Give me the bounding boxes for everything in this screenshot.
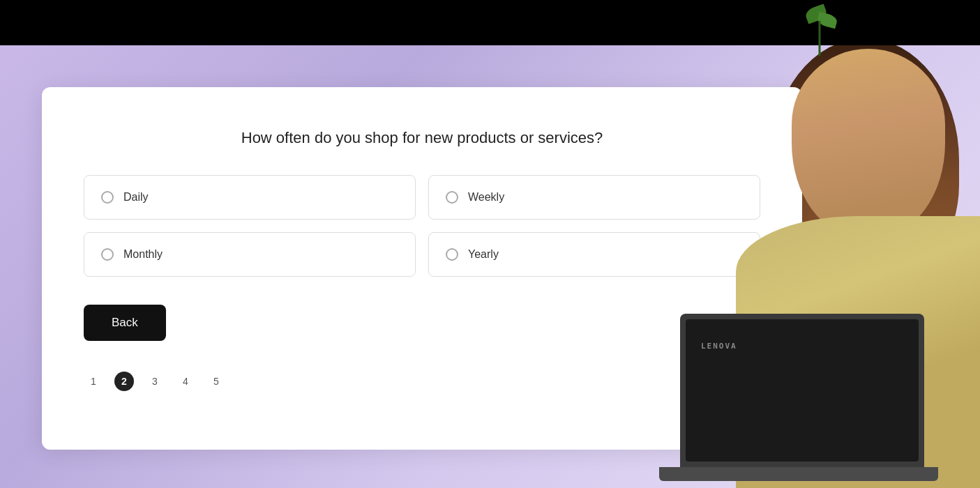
page-3[interactable]: 3 <box>145 372 165 391</box>
laptop-base <box>659 467 938 481</box>
plant-decoration <box>799 0 840 56</box>
option-daily[interactable]: Daily <box>84 175 416 220</box>
radio-daily[interactable] <box>101 191 114 204</box>
options-grid: Daily Weekly Monthly Yearly <box>84 175 760 277</box>
back-button[interactable]: Back <box>84 305 166 341</box>
laptop-brand-text: LENOVA <box>701 342 737 351</box>
option-weekly-label: Weekly <box>468 191 504 204</box>
radio-yearly[interactable] <box>446 248 458 261</box>
laptop: LENOVA <box>680 314 924 467</box>
radio-weekly[interactable] <box>446 191 458 204</box>
radio-monthly[interactable] <box>101 248 114 261</box>
question-title: How often do you shop for new products o… <box>84 129 760 147</box>
page-2-active[interactable]: 2 <box>114 372 134 391</box>
option-yearly[interactable]: Yearly <box>428 232 760 277</box>
person-face <box>792 49 945 237</box>
option-daily-label: Daily <box>123 191 149 204</box>
option-monthly[interactable]: Monthly <box>84 232 416 277</box>
page-1[interactable]: 1 <box>84 372 103 391</box>
option-weekly[interactable]: Weekly <box>428 175 760 220</box>
laptop-screen <box>686 319 919 462</box>
page-4[interactable]: 4 <box>176 372 195 391</box>
pagination: 1 2 3 4 5 <box>84 372 760 391</box>
page-5[interactable]: 5 <box>206 372 226 391</box>
option-yearly-label: Yearly <box>468 248 499 261</box>
option-monthly-label: Monthly <box>123 248 163 261</box>
